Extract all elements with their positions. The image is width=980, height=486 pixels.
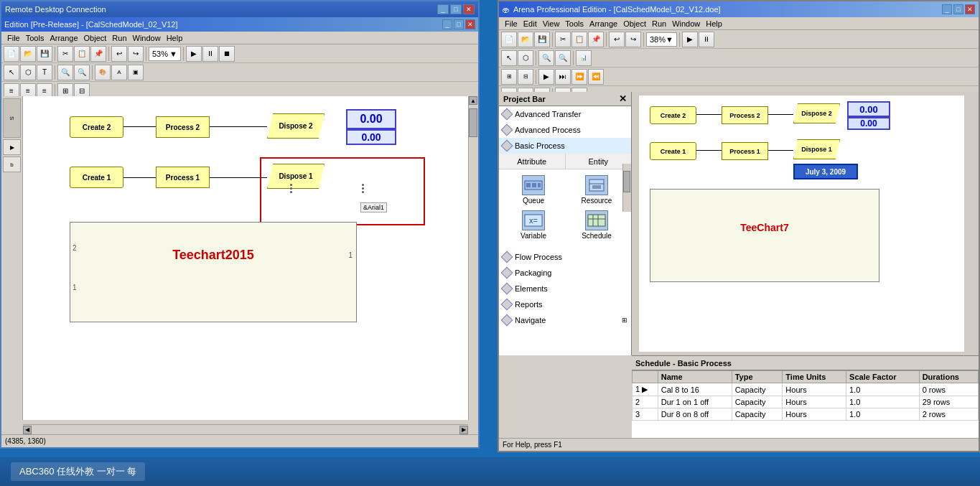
arena-tb-run[interactable]: ▶: [682, 32, 698, 47]
tb-zoom-out[interactable]: 🔍: [74, 65, 90, 80]
arena-value-1[interactable]: 0.00: [847, 101, 890, 117]
arena-minimize-btn[interactable]: _: [942, 4, 952, 14]
tb-pause[interactable]: ⏸: [202, 46, 218, 62]
arena-menu-tools[interactable]: Tools: [562, 19, 587, 28]
tb-select[interactable]: ↖: [4, 65, 19, 80]
arena-dispose2-box[interactable]: Dispose 2: [793, 103, 840, 123]
zoom-dropdown-icon[interactable]: ▼: [169, 50, 177, 58]
arena-tb-chart[interactable]: 📊: [576, 50, 592, 66]
canvas-scrollbar-v[interactable]: ▲: [468, 96, 478, 420]
scroll-right-btn[interactable]: ▶: [459, 426, 468, 434]
project-item-navigate[interactable]: Navigate ⊞: [499, 312, 631, 328]
tb-save[interactable]: 💾: [37, 46, 52, 62]
project-item-advanced-process[interactable]: Advanced Process: [499, 122, 631, 138]
project-bar-close-btn[interactable]: ✕: [619, 93, 627, 104]
scroll-left-btn[interactable]: ◀: [23, 426, 32, 434]
tb-run[interactable]: ▶: [186, 46, 202, 62]
arena-tb-redo[interactable]: ↪: [625, 32, 641, 47]
arena-menu-object[interactable]: Object: [620, 19, 649, 28]
menu-file[interactable]: File: [4, 34, 23, 42]
menu-tools[interactable]: Tools: [23, 34, 47, 42]
arena-close-btn[interactable]: ✕: [965, 4, 975, 14]
value-box-1[interactable]: 0.00: [346, 109, 396, 129]
arena-menu-arrange[interactable]: Arrange: [587, 19, 620, 28]
create2-box[interactable]: Create 2: [70, 116, 123, 138]
project-item-flow-process[interactable]: Flow Process: [499, 249, 631, 265]
tb-stop[interactable]: ⏹: [219, 46, 235, 62]
arena-tb-save[interactable]: 💾: [534, 32, 550, 47]
row2-name[interactable]: Dur 1 on 1 off: [658, 396, 732, 408]
scroll-thumb-v[interactable]: [469, 108, 477, 137]
row3-name[interactable]: Dur 8 on 8 off: [658, 408, 732, 421]
attribute-col-header[interactable]: Attribute: [499, 154, 566, 169]
tb-undo[interactable]: ↩: [111, 46, 127, 62]
variable-item[interactable]: x= Variable: [503, 208, 564, 242]
arena-value-2[interactable]: 0.00: [847, 117, 890, 130]
arena-tb-open[interactable]: 📂: [518, 32, 533, 47]
arena-tb-zoom-in[interactable]: 🔍: [538, 50, 554, 66]
tb-zoom-in[interactable]: 🔍: [57, 65, 73, 80]
project-item-elements[interactable]: Elements: [499, 281, 631, 296]
queue-item[interactable]: Queue: [503, 173, 564, 207]
menu-window[interactable]: Window: [130, 34, 164, 42]
rd-restore-button[interactable]: □: [450, 4, 462, 14]
project-item-basic-process[interactable]: Basic Process: [499, 138, 631, 154]
project-bar-scrollbar[interactable]: [622, 164, 631, 212]
schedule-row-3[interactable]: 3 Dur 8 on 8 off Capacity Hours 1.0 2 ro…: [633, 408, 979, 421]
menu-arrange[interactable]: Arrange: [47, 34, 80, 42]
arena-tb-step2[interactable]: ⏪: [588, 69, 604, 85]
tb-open[interactable]: 📂: [20, 46, 36, 62]
tb-text[interactable]: T: [37, 65, 52, 80]
zoom-input[interactable]: 53% ▼: [149, 47, 181, 61]
menu-object[interactable]: Object: [81, 34, 110, 42]
arena-zoom-input[interactable]: 38% ▼: [646, 32, 677, 47]
tb-connect[interactable]: ⬡: [20, 65, 36, 80]
arena-tb-align1[interactable]: ⊞: [501, 69, 517, 85]
arena-restore-btn[interactable]: □: [953, 4, 963, 14]
arena-tb-align2[interactable]: ⊟: [518, 69, 533, 85]
dispose2-box[interactable]: Dispose 2: [267, 113, 325, 139]
value-box-2[interactable]: 0.00: [346, 129, 396, 145]
arena-tb-zoom-out[interactable]: 🔍: [555, 50, 571, 66]
project-item-reports[interactable]: Reports: [499, 296, 631, 312]
arena-tb-play[interactable]: ▶: [538, 69, 554, 85]
tb-color[interactable]: 🎨: [95, 65, 111, 80]
arena-create2-box[interactable]: Create 2: [650, 106, 696, 124]
row1-name[interactable]: Cal 8 to 16: [658, 383, 732, 396]
menu-run[interactable]: Run: [109, 34, 129, 42]
arena-zoom-dropdown[interactable]: ▼: [666, 35, 673, 44]
taskbar-item-abc360[interactable]: ABC360 任线外教 一对一 每: [11, 462, 145, 481]
process2-box[interactable]: Process 2: [156, 116, 210, 138]
menu-help[interactable]: Help: [164, 34, 186, 42]
inner-minimize-button[interactable]: _: [442, 19, 452, 29]
arena-tb-copy[interactable]: 📋: [571, 32, 587, 47]
arena-menu-run[interactable]: Run: [649, 19, 669, 28]
project-item-packaging[interactable]: Packaging: [499, 265, 631, 281]
arena-tb-cut[interactable]: ✂: [555, 32, 571, 47]
tb-redo[interactable]: ↪: [128, 46, 144, 62]
entity-col-header[interactable]: Entity: [566, 154, 632, 169]
left-tab-1[interactable]: S: [3, 98, 21, 138]
process1-box[interactable]: Process 1: [156, 167, 210, 188]
arena-menu-view[interactable]: View: [540, 19, 563, 28]
resource-item[interactable]: Resource: [566, 173, 627, 207]
arena-dispose1-box[interactable]: Dispose 1: [793, 139, 840, 159]
left-tab-3[interactable]: b: [3, 156, 21, 172]
project-scrollbar-thumb[interactable]: [623, 171, 630, 192]
arena-tb-undo[interactable]: ↩: [609, 32, 625, 47]
create1-box[interactable]: Create 1: [70, 167, 123, 188]
tb-paste[interactable]: 📌: [90, 46, 106, 62]
arena-menu-file[interactable]: File: [502, 19, 521, 28]
project-item-advanced-transfer[interactable]: Advanced Transfer: [499, 106, 631, 122]
rd-minimize-button[interactable]: _: [437, 4, 449, 14]
inner-restore-button[interactable]: □: [454, 19, 464, 29]
schedule-item[interactable]: Schedule: [566, 208, 627, 242]
arena-tb-step[interactable]: ⏩: [571, 69, 587, 85]
arena-tb-select[interactable]: ↖: [501, 50, 517, 66]
tb-cut[interactable]: ✂: [57, 46, 73, 62]
arena-tb-connect[interactable]: ⬡: [518, 50, 533, 66]
rd-close-button[interactable]: ✕: [463, 4, 475, 14]
arena-tb-ff[interactable]: ⏭: [555, 69, 571, 85]
arena-menu-edit[interactable]: Edit: [521, 19, 540, 28]
arena-tb-pause[interactable]: ⏸: [699, 32, 714, 47]
